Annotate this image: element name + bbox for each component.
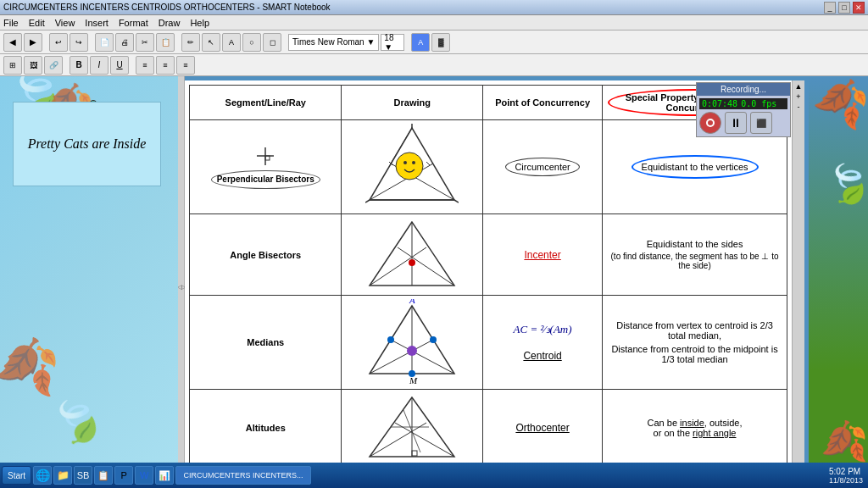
equidistant-sides: Equidistant to the sides (to find distan… xyxy=(608,239,782,270)
record-btn[interactable] xyxy=(699,112,721,134)
title-bar: CIRCUMCENTERS INCENTERS CENTROIDS ORTHOC… xyxy=(0,0,868,15)
color-btn[interactable]: A xyxy=(411,33,430,52)
tool-2[interactable]: 🖨 xyxy=(115,33,134,52)
main-toolbar: ◀ ▶ ↩ ↪ 📄 🖨 ✂ 📋 ✏ ↖ A ○ ◻ Times New Roma… xyxy=(0,30,868,54)
svg-line-24 xyxy=(370,340,433,374)
align-right-btn[interactable]: ≡ xyxy=(176,56,195,75)
concurrency-cell-1: Circumcenter xyxy=(483,120,603,214)
drawing-cell-1 xyxy=(342,120,483,214)
menu-format[interactable]: Format xyxy=(119,18,148,28)
underline-btn[interactable]: U xyxy=(110,56,129,75)
table-container: Segment/Line/Ray Drawing Point of Concur… xyxy=(185,80,804,463)
recording-panel: Recording... 0:07:48 0.0 fps xyxy=(696,82,791,137)
menu-insert[interactable]: Insert xyxy=(85,18,108,28)
taskbar-app2[interactable]: P xyxy=(114,466,133,485)
perp-symbol-svg xyxy=(253,146,278,167)
pause-btn[interactable]: ⏸ xyxy=(725,112,747,134)
tool-1[interactable]: 📄 xyxy=(95,33,114,52)
align-left-btn[interactable]: ≡ xyxy=(136,56,154,75)
recording-label: Recording... xyxy=(721,85,766,94)
taskbar-clock: 5:02 PM 11/8/2013 xyxy=(829,467,866,485)
pen-tool[interactable]: ✏ xyxy=(181,33,200,52)
timer: 0:07:48 xyxy=(702,99,737,108)
medians-svg: A M xyxy=(365,299,459,384)
menu-draw[interactable]: Draw xyxy=(159,18,181,28)
svg-line-13 xyxy=(365,200,370,202)
svg-point-9 xyxy=(403,161,407,164)
concurrency-cell-3: AC = ²⁄₃(Am) Centroid xyxy=(483,296,603,390)
highlight-btn[interactable]: ▓ xyxy=(431,33,450,52)
drawing-cell-2 xyxy=(342,214,483,296)
orthocenter-property: Can be inside, outside, or on the right … xyxy=(608,418,782,438)
active-app[interactable]: CIRCUMCENTERS INCENTERS... xyxy=(175,466,311,485)
svg-line-20 xyxy=(398,247,454,286)
insert-table-btn[interactable]: ⊞ xyxy=(3,56,22,75)
circumcenter-svg xyxy=(365,124,459,208)
svg-line-19 xyxy=(370,247,426,286)
perp-bisectors-label: Perpendicular Bisectors xyxy=(211,170,320,189)
font-size[interactable]: 18 ▼ xyxy=(381,34,404,51)
taskbar-folder[interactable]: 📁 xyxy=(53,466,72,485)
svg-line-25 xyxy=(391,340,454,374)
left-nav: ◁▷ xyxy=(178,76,185,463)
orthocenter-label: Orthocenter xyxy=(515,422,569,434)
insert-img-btn[interactable]: 🖼 xyxy=(24,56,42,75)
altitudes-label: Altitudes xyxy=(246,423,286,433)
zoom-out-btn[interactable]: - xyxy=(798,103,800,111)
svg-line-35 xyxy=(395,423,454,457)
scroll-up-btn[interactable]: ▲ xyxy=(795,82,803,91)
insert-link-btn[interactable]: 🔗 xyxy=(44,56,63,75)
eraser-tool[interactable]: ◻ xyxy=(263,33,281,52)
title-text: CIRCUMCENTERS INCENTERS CENTROIDS ORTHOC… xyxy=(3,3,331,12)
header-concurrency: Point of Concurrency xyxy=(483,86,603,120)
forward-btn[interactable]: ▶ xyxy=(24,33,42,52)
redo-btn[interactable]: ↪ xyxy=(70,33,88,52)
stop-btn[interactable]: ⬛ xyxy=(750,112,772,134)
second-toolbar: ⊞ 🖼 🔗 B I U ≡ ≡ ≡ xyxy=(0,54,868,76)
right-leaf-mid: 🍃 xyxy=(820,156,868,212)
taskbar-ie[interactable]: 🌐 xyxy=(33,466,52,485)
zoom-in-btn[interactable]: + xyxy=(796,92,800,101)
back-btn[interactable]: ◀ xyxy=(3,33,22,52)
select-tool[interactable]: ↖ xyxy=(202,33,220,52)
menu-edit[interactable]: Edit xyxy=(29,18,45,28)
close-btn[interactable]: ✕ xyxy=(853,2,865,14)
undo-btn[interactable]: ↩ xyxy=(49,33,68,52)
property-cell-3: Distance from vertex to centroid is 2/3 … xyxy=(603,296,787,390)
right-leaf-top: 🍂 xyxy=(809,76,868,133)
maximize-btn[interactable]: □ xyxy=(838,2,850,14)
sticky-note[interactable]: Pretty Cats are Inside xyxy=(13,102,161,186)
segment-cell-2: Angle Bisectors xyxy=(190,214,342,296)
taskbar-word[interactable]: W xyxy=(135,466,153,485)
menu-bar: File Edit View Insert Format Draw Help xyxy=(0,15,868,30)
tool-4[interactable]: 📋 xyxy=(156,33,175,52)
svg-line-16 xyxy=(426,162,430,165)
main-table: Segment/Line/Ray Drawing Point of Concur… xyxy=(189,85,787,463)
angle-bisectors-label: Angle Bisectors xyxy=(230,250,301,260)
svg-text:A: A xyxy=(409,299,415,305)
align-center-btn[interactable]: ≡ xyxy=(156,56,175,75)
right-nature-panel: 🍂 🍃 🍂 xyxy=(809,76,868,463)
tool-3[interactable]: ✂ xyxy=(136,33,154,52)
content-area: 🍃 🍂 Pretty Cats are Inside 🍂 🍃 ◁▷ xyxy=(0,76,868,463)
font-selector[interactable]: Times New Roman ▼ xyxy=(288,34,379,51)
svg-line-34 xyxy=(370,423,426,457)
italic-btn[interactable]: I xyxy=(90,56,108,75)
minimize-btn[interactable]: _ xyxy=(824,2,836,14)
svg-rect-36 xyxy=(412,451,417,456)
menu-view[interactable]: View xyxy=(55,18,75,28)
bold-btn[interactable]: B xyxy=(70,56,88,75)
svg-point-26 xyxy=(407,346,417,356)
shape-tool[interactable]: ○ xyxy=(242,33,261,52)
text-tool[interactable]: A xyxy=(222,33,241,52)
taskbar-app1[interactable]: 📋 xyxy=(94,466,113,485)
svg-text:M: M xyxy=(409,375,418,384)
taskbar-smartboard[interactable]: SB xyxy=(74,466,92,485)
menu-file[interactable]: File xyxy=(3,18,19,28)
svg-point-21 xyxy=(409,259,415,266)
sticky-note-text: Pretty Cats are Inside xyxy=(28,136,147,152)
menu-help[interactable]: Help xyxy=(190,18,209,28)
taskbar-app3[interactable]: 📊 xyxy=(155,466,174,485)
start-button[interactable]: Start xyxy=(2,466,31,485)
segment-cell-1: Perpendicular Bisectors xyxy=(190,120,342,214)
